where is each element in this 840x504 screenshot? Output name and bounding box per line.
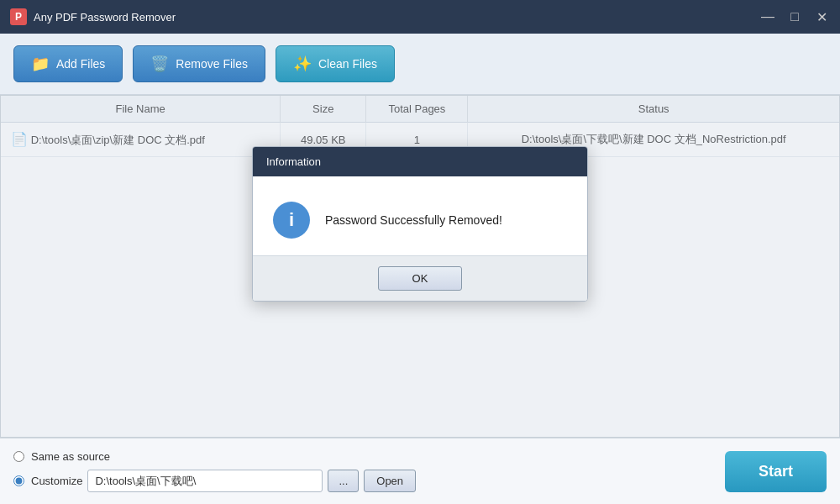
app-icon: P: [10, 8, 27, 25]
dialog-ok-button[interactable]: OK: [378, 266, 463, 291]
start-button[interactable]: Start: [725, 451, 827, 492]
add-files-icon: 📁: [31, 55, 50, 73]
close-button[interactable]: ✕: [813, 9, 830, 25]
same-as-source-label: Same as source: [31, 450, 110, 463]
output-options: Same as source Customize ... Open: [13, 450, 416, 492]
file-table-area: File Name Size Total Pages Status 📄 D:\t…: [0, 95, 840, 438]
remove-files-icon: 🗑️: [150, 55, 169, 73]
same-as-source-option[interactable]: Same as source: [13, 450, 416, 463]
browse-button[interactable]: ...: [328, 470, 359, 492]
dialog-overlay: Information i Password Successfully Remo…: [1, 96, 839, 437]
minimize-button[interactable]: —: [759, 9, 776, 25]
maximize-button[interactable]: □: [786, 9, 803, 25]
dialog-title-bar: Information: [253, 147, 587, 176]
customize-radio[interactable]: [13, 475, 24, 486]
toolbar: 📁 Add Files 🗑️ Remove Files ✨ Clean File…: [0, 34, 840, 95]
dialog-body: i Password Successfully Removed!: [253, 176, 587, 255]
remove-files-label: Remove Files: [176, 57, 248, 71]
clean-files-icon: ✨: [293, 55, 312, 73]
info-icon: i: [273, 202, 310, 239]
window-controls: — □ ✕: [759, 9, 830, 25]
customize-row: Customize ... Open: [13, 470, 416, 492]
main-area: 📁 Add Files 🗑️ Remove Files ✨ Clean File…: [0, 34, 840, 504]
dialog-footer: OK: [253, 255, 587, 301]
customize-label: Customize: [31, 475, 82, 487]
add-files-button[interactable]: 📁 Add Files: [13, 45, 123, 82]
dialog-title: Information: [266, 155, 321, 168]
clean-files-button[interactable]: ✨ Clean Files: [276, 45, 395, 82]
add-files-label: Add Files: [56, 57, 105, 71]
same-as-source-radio[interactable]: [13, 451, 24, 462]
path-input[interactable]: [87, 470, 323, 492]
title-bar: P Any PDF Password Remover — □ ✕: [0, 0, 840, 34]
information-dialog: Information i Password Successfully Remo…: [252, 146, 588, 302]
customize-option[interactable]: Customize: [13, 475, 82, 487]
bottom-area: Same as source Customize ... Open Start: [0, 438, 840, 504]
remove-files-button[interactable]: 🗑️ Remove Files: [133, 45, 265, 82]
clean-files-label: Clean Files: [318, 57, 377, 71]
dialog-message: Password Successfully Removed!: [325, 213, 502, 227]
app-title: Any PDF Password Remover: [34, 11, 759, 24]
open-button[interactable]: Open: [364, 470, 416, 492]
